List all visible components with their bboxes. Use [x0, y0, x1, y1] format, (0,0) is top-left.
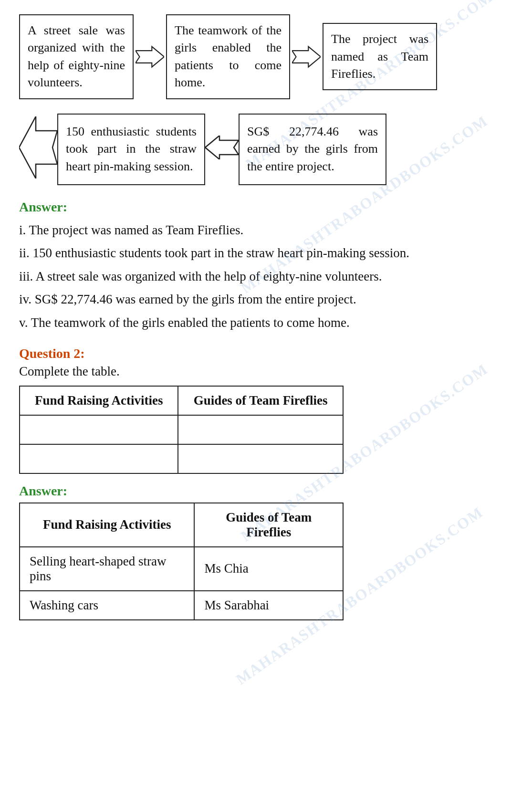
arrow-2	[292, 45, 321, 69]
empty-table-row2-col1	[20, 444, 178, 473]
answer1-item-1: i. The project was named as Team Firefli…	[19, 219, 513, 242]
answer2-section: Answer: Fund Raising Activities Guides o…	[19, 483, 513, 620]
answer2-row-1: Selling heart-shaped straw pins Ms Chia	[20, 547, 343, 591]
answer1-item-2: ii. 150 enthusiastic students took part …	[19, 241, 513, 265]
answer1-item-3: iii. A street sale was organized with th…	[19, 265, 513, 288]
empty-table-row-1	[20, 415, 343, 444]
answer2-row2-col2: Ms Sarabhai	[194, 591, 343, 620]
flow-box-1: A street sale was organized with the hel…	[19, 14, 134, 99]
flow-box-4-text: 150 enthusiastic students took part in t…	[66, 123, 197, 175]
svg-marker-1	[292, 46, 321, 67]
question2-section: Question 2: Complete the table. Fund Rai…	[19, 346, 513, 474]
answer1-item-4: iv. SG$ 22,774.46 was earned by the girl…	[19, 288, 513, 311]
page-wrapper: MAHARASHTRABOARDBOOKS.COM MAHARASHTRABOA…	[19, 14, 513, 620]
flow-row-2: 150 enthusiastic students took part in t…	[19, 114, 513, 185]
question2-label: Question 2:	[19, 346, 513, 361]
flow-diagram: A street sale was organized with the hel…	[19, 14, 513, 185]
answer2-row1-col2: Ms Chia	[194, 547, 343, 591]
answer2-row1-col1: Selling heart-shaped straw pins	[20, 547, 194, 591]
answer2-label: Answer:	[19, 483, 513, 499]
empty-table-row-2	[20, 444, 343, 473]
answer2-row2-col1: Washing cars	[20, 591, 194, 620]
svg-marker-2	[19, 116, 57, 178]
empty-table: Fund Raising Activities Guides of Team F…	[19, 386, 344, 474]
flow-box-3: The project was named as Team Fireflies.	[323, 23, 437, 90]
answer2-table: Fund Raising Activities Guides of Team F…	[19, 503, 344, 620]
answer2-row-2: Washing cars Ms Sarabhai	[20, 591, 343, 620]
empty-table-header-row: Fund Raising Activities Guides of Team F…	[20, 386, 343, 415]
answer1-item-5: v. The teamwork of the girls enabled the…	[19, 311, 513, 335]
empty-table-col1-header: Fund Raising Activities	[20, 386, 178, 415]
answer1-list: i. The project was named as Team Firefli…	[19, 219, 513, 335]
answer2-col1-header: Fund Raising Activities	[20, 503, 194, 547]
question2-text: Complete the table.	[19, 364, 513, 379]
arrow-3	[205, 136, 239, 163]
answer1-label: Answer:	[19, 199, 513, 215]
flow-box-3-text: The project was named as Team Fireflies.	[331, 31, 428, 83]
flow-box-5-text: SG$ 22,774.46 was earned by the girls fr…	[247, 123, 378, 175]
svg-marker-0	[136, 46, 164, 67]
flow-box-4: 150 enthusiastic students took part in t…	[57, 114, 205, 185]
answer2-col2-header: Guides of Team Fireflies	[194, 503, 343, 547]
flow-box-1-text: A street sale was organized with the hel…	[28, 22, 125, 92]
flow-box-2-text: The teamwork of the girls enabled the pa…	[175, 22, 282, 92]
arrow-1	[136, 45, 164, 69]
flow-row-1: A street sale was organized with the hel…	[19, 14, 513, 99]
svg-marker-3	[205, 136, 239, 159]
answer2-table-header-row: Fund Raising Activities Guides of Team F…	[20, 503, 343, 547]
empty-table-row2-col2	[178, 444, 343, 473]
flow-box-2: The teamwork of the girls enabled the pa…	[166, 14, 290, 99]
flow-row-2-group: 150 enthusiastic students took part in t…	[19, 114, 205, 185]
answer1-section: Answer: i. The project was named as Team…	[19, 199, 513, 335]
empty-table-col2-header: Guides of Team Fireflies	[178, 386, 343, 415]
empty-table-row1-col1	[20, 415, 178, 444]
empty-table-row1-col2	[178, 415, 343, 444]
arrow-left-big	[19, 116, 57, 182]
flow-box-5: SG$ 22,774.46 was earned by the girls fr…	[239, 114, 386, 185]
